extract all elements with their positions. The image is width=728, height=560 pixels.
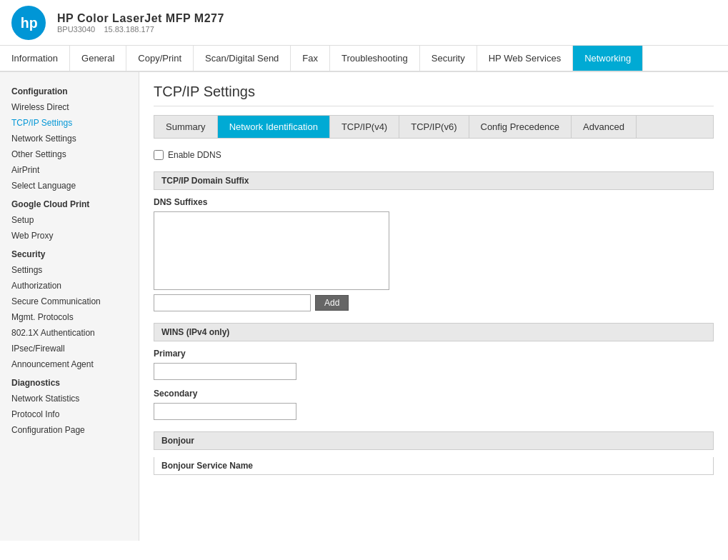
tab-advanced[interactable]: Advanced — [572, 116, 637, 138]
hp-logo: hp — [11, 6, 46, 40]
sidebar-item-configuration-page[interactable]: Configuration Page — [0, 422, 139, 438]
nav-networking[interactable]: Networking — [573, 46, 643, 71]
nav-fax[interactable]: Fax — [291, 46, 330, 71]
sidebar-item-announcement-agent[interactable]: Announcement Agent — [0, 356, 139, 372]
sidebar-item-tcpip-settings[interactable]: TCP/IP Settings — [0, 115, 139, 131]
ip-address: 15.83.188.177 — [104, 25, 154, 34]
sidebar-section-security: Security — [0, 244, 139, 262]
nav-general[interactable]: General — [70, 46, 126, 71]
nav-troubleshooting[interactable]: Troubleshooting — [330, 46, 420, 71]
sidebar-item-setup[interactable]: Setup — [0, 212, 139, 228]
sidebar-item-airprint[interactable]: AirPrint — [0, 162, 139, 178]
header: hp HP Color LaserJet MFP M277 BPU33040 1… — [0, 0, 728, 46]
layout: Configuration Wireless Direct TCP/IP Set… — [0, 72, 728, 541]
sidebar-item-network-settings[interactable]: Network Settings — [0, 131, 139, 146]
sidebar-item-8021x[interactable]: 802.1X Authentication — [0, 325, 139, 341]
enable-ddns-row: Enable DDNS — [154, 150, 714, 160]
wins-secondary-label: Secondary — [154, 389, 714, 399]
wins-secondary-input[interactable] — [154, 403, 296, 420]
sidebar-item-protocol-info[interactable]: Protocol Info — [0, 406, 139, 422]
tcp-ip-domain-suffix-section: TCP/IP Domain Suffix DNS Suffixes Add — [154, 171, 714, 311]
enable-ddns-checkbox[interactable] — [154, 150, 164, 160]
sidebar-item-secure-communication[interactable]: Secure Communication — [0, 294, 139, 309]
sidebar-item-settings[interactable]: Settings — [0, 262, 139, 278]
tab-network-identification[interactable]: Network Identification — [218, 116, 330, 138]
sidebar-item-network-statistics[interactable]: Network Statistics — [0, 391, 139, 406]
tcp-ip-domain-suffix-header: TCP/IP Domain Suffix — [154, 171, 714, 190]
tab-tcpipv6[interactable]: TCP/IP(v6) — [399, 116, 469, 138]
page-title: TCP/IP Settings — [154, 84, 714, 106]
add-dns-suffix-button[interactable]: Add — [315, 295, 349, 311]
sidebar: Configuration Wireless Direct TCP/IP Set… — [0, 72, 139, 541]
device-info: HP Color LaserJet MFP M277 BPU33040 15.8… — [57, 12, 224, 34]
bonjour-service-name-header: Bonjour Service Name — [154, 457, 714, 475]
sidebar-item-wireless-direct[interactable]: Wireless Direct — [0, 99, 139, 115]
nav-information[interactable]: Information — [0, 46, 70, 71]
main-content: TCP/IP Settings Summary Network Identifi… — [139, 72, 728, 541]
enable-ddns-label[interactable]: Enable DDNS — [168, 150, 221, 160]
wins-primary-label: Primary — [154, 349, 714, 359]
nav-hp-web-services[interactable]: HP Web Services — [477, 46, 573, 71]
sidebar-item-other-settings[interactable]: Other Settings — [0, 146, 139, 162]
dns-add-row: Add — [154, 294, 714, 311]
sidebar-item-select-language[interactable]: Select Language — [0, 178, 139, 194]
nav-scan-digital-send[interactable]: Scan/Digital Send — [194, 46, 291, 71]
sidebar-section-google-cloud-print: Google Cloud Print — [0, 194, 139, 212]
tab-summary[interactable]: Summary — [154, 116, 218, 138]
dns-suffixes-field: DNS Suffixes Add — [154, 197, 714, 311]
sidebar-section-configuration: Configuration — [0, 81, 139, 99]
nav-security[interactable]: Security — [420, 46, 477, 71]
dns-suffixes-textarea[interactable] — [154, 211, 389, 290]
tab-config-precedence[interactable]: Config Precedence — [469, 116, 572, 138]
device-name: HP Color LaserJet MFP M277 — [57, 12, 224, 25]
wins-primary-input[interactable] — [154, 363, 296, 380]
sidebar-item-mgmt-protocols[interactable]: Mgmt. Protocols — [0, 309, 139, 325]
bonjour-section: Bonjour Bonjour Service Name — [154, 431, 714, 475]
sidebar-item-ipsec-firewall[interactable]: IPsec/Firewall — [0, 341, 139, 356]
wins-secondary-field: Secondary — [154, 389, 714, 420]
dns-suffix-input[interactable] — [154, 294, 311, 311]
tab-tcpipv4[interactable]: TCP/IP(v4) — [330, 116, 399, 138]
wins-header: WINS (IPv4 only) — [154, 323, 714, 341]
nav-copy-print[interactable]: Copy/Print — [126, 46, 194, 71]
sidebar-item-authorization[interactable]: Authorization — [0, 278, 139, 294]
device-details: BPU33040 15.83.188.177 — [57, 25, 224, 34]
tabs: Summary Network Identification TCP/IP(v4… — [154, 115, 714, 139]
serial-number: BPU33040 — [57, 25, 95, 34]
wins-section: WINS (IPv4 only) Primary Secondary — [154, 323, 714, 420]
main-nav: Information General Copy/Print Scan/Digi… — [0, 46, 728, 72]
bonjour-header: Bonjour — [154, 431, 714, 450]
sidebar-section-diagnostics: Diagnostics — [0, 372, 139, 391]
svg-text:hp: hp — [21, 15, 38, 31]
wins-primary-field: Primary — [154, 349, 714, 380]
dns-suffixes-label: DNS Suffixes — [154, 197, 714, 207]
sidebar-item-web-proxy[interactable]: Web Proxy — [0, 228, 139, 244]
